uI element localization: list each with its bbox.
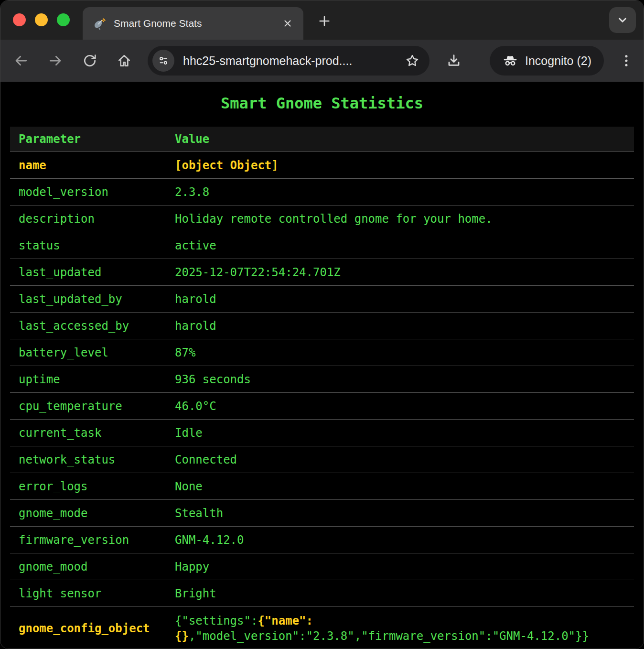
home-button[interactable]	[113, 50, 135, 72]
param-name: last_updated_by	[10, 292, 175, 306]
close-window-button[interactable]	[13, 13, 26, 26]
param-name: uptime	[10, 373, 175, 386]
table-row: last_updated2025-12-07T22:54:24.701Z	[10, 259, 634, 285]
table-row: firmware_versionGNM-4.12.0	[10, 526, 634, 553]
param-name: network_status	[10, 453, 175, 466]
table-row: last_updated_byharold	[10, 285, 634, 312]
param-name: error_logs	[10, 480, 175, 493]
back-icon	[13, 53, 29, 68]
param-value: 2.3.8	[175, 184, 634, 200]
kebab-menu-icon	[619, 53, 634, 68]
param-name: last_updated	[10, 266, 175, 279]
param-value: {"settings":{"name": {},"model_version":…	[175, 613, 634, 644]
param-value: Idle	[175, 425, 634, 441]
param-name: model_version	[10, 185, 175, 199]
browser-toolbar: hhc25-smartgnomehack-prod.... Incognit	[0, 40, 644, 82]
param-name: gnome_mode	[10, 507, 175, 520]
incognito-icon	[502, 53, 518, 69]
table-row: light_sensorBright	[10, 580, 634, 606]
table-row: cpu_temperature46.0°C	[10, 392, 634, 419]
table-row: gnome_modeStealth	[10, 499, 634, 526]
incognito-label: Incognito (2)	[525, 54, 591, 68]
tab-strip: Smart Gnome Stats	[0, 0, 644, 40]
table-row: statusactive	[10, 232, 634, 259]
param-name: light_sensor	[10, 587, 175, 600]
param-name: current_task	[10, 426, 175, 440]
table-row: network_statusConnected	[10, 446, 634, 473]
bookmark-button[interactable]	[404, 52, 421, 69]
table-row: gnome_moodHappy	[10, 553, 634, 580]
page-title: Smart Gnome Statistics	[0, 94, 644, 112]
param-name: name	[10, 159, 175, 172]
param-value: harold	[175, 318, 634, 334]
table-row: gnome_config_object{"settings":{"name": …	[10, 606, 634, 649]
param-name: cpu_temperature	[10, 400, 175, 413]
param-name: status	[10, 239, 175, 252]
param-value: Bright	[175, 586, 634, 601]
column-header-value: Value	[175, 131, 634, 147]
address-bar[interactable]: hhc25-smartgnomehack-prod....	[148, 46, 429, 76]
forward-button[interactable]	[44, 50, 66, 72]
table-row: current_taskIdle	[10, 419, 634, 446]
chevron-down-icon	[616, 14, 629, 26]
reload-button[interactable]	[79, 50, 101, 72]
url-text: hhc25-smartgnomehack-prod....	[183, 54, 400, 68]
param-value: 936 seconds	[175, 372, 634, 387]
param-value: harold	[175, 292, 634, 307]
param-value: 87%	[175, 345, 634, 360]
page-content: Smart Gnome Statistics Parameter Value n…	[0, 82, 644, 649]
satellite-dish-icon	[92, 16, 107, 31]
param-value: None	[175, 479, 634, 494]
param-name: gnome_config_object	[10, 622, 175, 635]
param-value: [object Object]	[175, 158, 634, 173]
param-value: active	[175, 238, 634, 253]
table-row: name[object Object]	[10, 151, 634, 178]
table-row: uptime936 seconds	[10, 366, 634, 392]
param-value: 46.0°C	[175, 399, 634, 414]
param-name: last_accessed_by	[10, 319, 175, 333]
new-tab-button[interactable]	[312, 9, 337, 33]
download-button[interactable]	[443, 50, 465, 72]
back-button[interactable]	[10, 50, 32, 72]
column-header-parameter: Parameter	[10, 132, 175, 146]
browser-tab[interactable]: Smart Gnome Stats	[83, 7, 303, 40]
tune-icon	[157, 54, 170, 67]
home-icon	[117, 53, 132, 68]
table-row: error_logsNone	[10, 473, 634, 499]
window-controls	[13, 13, 70, 26]
table-body: name[object Object]model_version2.3.8des…	[10, 151, 634, 649]
forward-icon	[48, 53, 63, 68]
param-value: Stealth	[175, 506, 634, 521]
param-name: battery_level	[10, 346, 175, 359]
close-tab-icon[interactable]	[281, 17, 294, 30]
param-value: Connected	[175, 452, 634, 467]
param-value: 2025-12-07T22:54:24.701Z	[175, 265, 634, 280]
table-header-row: Parameter Value	[10, 127, 634, 151]
param-name: description	[10, 212, 175, 226]
stats-table: Parameter Value name[object Object]model…	[10, 127, 634, 649]
param-value: Holiday remote controlled gnome for your…	[175, 211, 634, 227]
tab-list-button[interactable]	[609, 7, 636, 33]
table-row: descriptionHoliday remote controlled gno…	[10, 205, 634, 232]
star-icon	[405, 53, 420, 68]
maximize-window-button[interactable]	[57, 13, 70, 26]
table-row: last_accessed_byharold	[10, 312, 634, 339]
reload-icon	[82, 53, 97, 68]
download-icon	[446, 53, 462, 68]
param-name: firmware_version	[10, 533, 175, 547]
param-value: Happy	[175, 559, 634, 574]
table-row: model_version2.3.8	[10, 178, 634, 205]
tab-title: Smart Gnome Stats	[114, 18, 274, 29]
browser-window: Smart Gnome Stats	[0, 0, 644, 649]
minimize-window-button[interactable]	[35, 13, 48, 26]
incognito-badge[interactable]: Incognito (2)	[490, 46, 604, 76]
param-value: GNM-4.12.0	[175, 532, 634, 548]
param-name: gnome_mood	[10, 560, 175, 573]
site-settings-button[interactable]	[152, 50, 174, 72]
menu-button[interactable]	[615, 50, 637, 72]
table-row: battery_level87%	[10, 339, 634, 366]
